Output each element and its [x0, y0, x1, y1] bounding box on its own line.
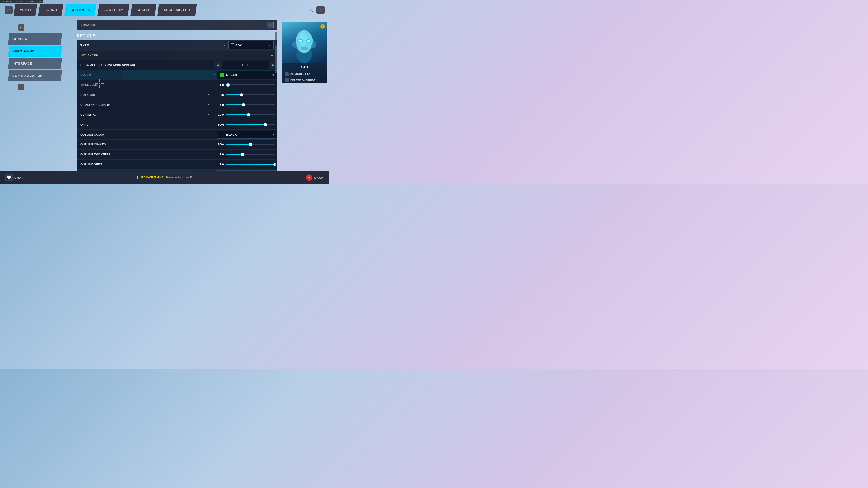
opacity-fill — [225, 124, 266, 125]
thickness-slider[interactable] — [225, 85, 275, 86]
outline-color-chevron-icon: ▼ — [272, 133, 275, 136]
crosshair-top-arm — [99, 79, 100, 82]
sidebar-item-hero-hud[interactable]: HERO & HUD — [8, 46, 62, 57]
setting-opacity: OPACITY 80% — [77, 120, 277, 130]
crosshair-length-fill — [225, 104, 243, 105]
advanced-expand-button[interactable]: + — [267, 22, 274, 28]
hero-svg — [288, 25, 320, 63]
outline-thickness-label: OUTLINE THICKNESS — [81, 153, 211, 156]
change-hero-label: CHANGE HERO — [290, 73, 310, 76]
sidebar-label-interface: INTERFACE — [12, 62, 32, 65]
right-bumper[interactable]: RB — [316, 6, 324, 14]
thickness-thumb[interactable] — [226, 84, 230, 87]
color-chevron-icon: ▼ — [272, 73, 275, 76]
change-hero-button[interactable]: ⟳ CHANGE HERO — [282, 71, 327, 77]
left-bumper[interactable]: LB — [4, 6, 13, 14]
delete-override-icon: ☰ — [285, 78, 289, 82]
opacity-thumb[interactable] — [264, 123, 267, 126]
crosshair-preview — [78, 66, 121, 102]
advanced-collapse-button[interactable]: − — [271, 54, 274, 58]
reticle-label: RETICLE — [77, 34, 95, 38]
crosshair-length-label: CROSSHAIR LENGTH — [81, 103, 207, 106]
sidebar-item-general[interactable]: GENERAL — [8, 33, 62, 45]
sidebar-item-communication[interactable]: COMMUNICATION — [8, 70, 62, 81]
tab-sound[interactable]: SOUND — [38, 4, 64, 16]
sidebar-label-hero-hud: HERO & HUD — [12, 50, 35, 53]
rotation-thumb[interactable] — [240, 93, 243, 96]
sidebar-label-general: GENERAL — [12, 37, 29, 41]
outline-opacity-slider[interactable] — [225, 144, 275, 145]
crosshair-length-thumb[interactable] — [242, 103, 245, 106]
hero-card: ★ ECHO ⟳ CHANGE HERO ☰ DELETE OVERRIDE — [282, 22, 327, 84]
crosshair-left-arm — [95, 84, 98, 84]
outline-shift-label: OUTLINE SHIFT — [81, 163, 211, 166]
type-star-icon: ✦ — [223, 43, 225, 47]
outline-thickness-slider[interactable] — [225, 154, 275, 155]
outline-shift-slider[interactable] — [225, 164, 275, 165]
delete-override-button[interactable]: ☰ DELETE OVERRIDE — [282, 77, 327, 83]
hero-image: ★ — [282, 22, 327, 63]
chat-button[interactable]: 💬 CHAT — [5, 174, 23, 181]
tab-controls[interactable]: CONTROLS — [64, 4, 96, 16]
svg-point-4 — [298, 40, 302, 42]
color-swatch-black — [220, 132, 224, 137]
outline-thickness-thumb[interactable] — [241, 153, 244, 156]
setting-outline-thickness: OUTLINE THICKNESS 1.0 — [77, 150, 277, 160]
type-row: TYPE ✦ BOX ▼ — [77, 40, 277, 51]
rotation-fill — [225, 94, 241, 95]
center-gap-fill — [225, 114, 248, 115]
center-gap-value: 20.0 — [211, 113, 224, 116]
setting-outline-color: OUTLINE COLOR BLACK ▼ — [77, 130, 277, 140]
search-button[interactable]: 🔍 — [307, 5, 315, 14]
delete-override-label: DELETE OVERRIDE — [290, 79, 315, 82]
center-gap-slider[interactable] — [225, 114, 275, 115]
tab-social[interactable]: SOCIAL — [130, 4, 156, 16]
hero-panel: ★ ECHO ⟳ CHANGE HERO ☰ DELETE OVERRIDE — [279, 20, 329, 171]
rt-badge[interactable]: RT — [18, 84, 24, 90]
advanced-collapsed-label: ADVANCED — [81, 23, 99, 27]
back-button[interactable]: B BACK — [306, 174, 324, 181]
scrollbar-thumb[interactable] — [275, 45, 277, 73]
chat-icon: 💬 — [5, 174, 13, 181]
outline-color-dropdown[interactable]: BLACK ▼ — [217, 131, 277, 139]
outline-thickness-value: 1.0 — [211, 153, 224, 156]
svg-point-7 — [301, 46, 308, 50]
center-gap-thumb[interactable] — [247, 113, 250, 116]
tab-accessibility[interactable]: ACCESSIBILITY — [157, 4, 197, 16]
sidebar-item-interface[interactable]: INTERFACE — [8, 58, 62, 69]
color-dropdown[interactable]: GREEN ▼ — [217, 71, 277, 79]
color-swatch-green — [220, 73, 224, 77]
type-dropdown[interactable]: BOX ▼ — [228, 41, 274, 49]
crosshair-bottom-arm — [99, 86, 100, 88]
tab-video[interactable]: VIDEO — [13, 4, 37, 16]
thickness-value: 1.0 — [211, 83, 224, 87]
outline-opacity-thumb[interactable] — [249, 143, 252, 146]
show-accuracy-prev[interactable]: ◀ — [214, 61, 222, 69]
crosshair-length-slider[interactable] — [225, 104, 275, 105]
outline-shift-value: 1.0 — [211, 163, 224, 166]
lt-badge[interactable]: LT — [18, 24, 24, 31]
back-label: BACK — [314, 176, 324, 180]
color-star-icon: ✦ — [213, 73, 215, 76]
scrollbar[interactable] — [275, 32, 277, 170]
rotation-value: 45 — [211, 93, 224, 96]
show-accuracy-toggle[interactable]: ◀ OFF ▶ — [214, 61, 277, 69]
chat-label: CHAT — [14, 176, 23, 180]
opacity-label: OPACITY — [81, 123, 211, 126]
svg-point-6 — [307, 40, 310, 42]
bottom-bar: 💬 CHAT [JUSDANCE (SIGMA)] How can this b… — [0, 171, 329, 184]
advanced-section-label: ADVANCED — [81, 54, 98, 57]
rotation-slider[interactable] — [225, 94, 275, 95]
sidebar: LT GENERAL HERO & HUD INTERFACE COMMUNIC… — [0, 20, 70, 171]
type-chevron-icon: ▼ — [269, 44, 271, 46]
crosshair-length-value: 6.0 — [211, 103, 224, 106]
opacity-slider[interactable] — [225, 124, 275, 125]
chat-message-text: [JUSDANCE (SIGMA)] How can this be real? — [137, 176, 192, 179]
hero-name: ECHO — [282, 63, 327, 71]
outline-shift-fill — [225, 164, 275, 165]
tab-gameplay[interactable]: GAMEPLAY — [97, 4, 129, 16]
change-hero-icon: ⟳ — [285, 72, 289, 76]
outline-color-value: BLACK — [226, 133, 270, 136]
top-nav: LB VIDEO SOUND CONTROLS GAMEPLAY SOCIAL … — [0, 0, 329, 20]
center-gap-label: CENTER GAP — [81, 113, 207, 116]
